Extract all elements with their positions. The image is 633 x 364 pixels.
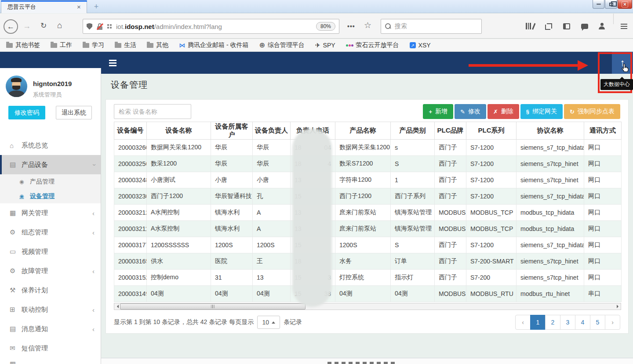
zoom-level-badge[interactable]: 80%: [316, 22, 335, 31]
logout-button[interactable]: 退出系统: [56, 106, 92, 119]
sidebar-item-label: 消息通知: [22, 325, 48, 333]
menu-button[interactable]: [621, 14, 627, 39]
table-cell: 200003177: [114, 237, 147, 253]
sidebar-item-视频管理[interactable]: ▭视频管理: [0, 242, 101, 261]
table-row[interactable]: 200003211A水泵控制镇海水利A13庶来门前泵站镇海泵站管理MODBUSM…: [114, 221, 622, 237]
sidebar-subitem-产品管理[interactable]: ◉产品管理: [0, 174, 101, 189]
page-size-select[interactable]: 10: [257, 316, 280, 329]
table-cell: 04测: [391, 286, 435, 302]
bigdata-tooltip: 大数据中心: [600, 79, 633, 90]
sidebar-item-短信管理[interactable]: ✉短信管理: [0, 339, 101, 358]
window-close-button[interactable]: ×: [618, 0, 632, 9]
new-tab-button[interactable]: +: [91, 2, 102, 12]
bookmark-item[interactable]: 其他: [147, 41, 168, 49]
table-row[interactable]: 20000314904测04测04测153804测04测MODBUSMODBUS…: [114, 286, 622, 302]
修改-button[interactable]: ✎修改: [455, 104, 486, 119]
scroll-right-arrow[interactable]: [615, 303, 621, 310]
change-password-button[interactable]: 修改密码: [8, 106, 45, 119]
table-horizontal-scrollbar[interactable]: [114, 303, 621, 310]
insecure-lock-icon[interactable]: [97, 23, 103, 30]
column-header[interactable]: 设备所属客户: [211, 122, 253, 140]
page-button-3[interactable]: 3: [560, 315, 575, 330]
sidebar-item-系统总览[interactable]: ⌂系统总览: [0, 136, 101, 155]
page-prev-button[interactable]: ‹: [515, 315, 531, 330]
column-header[interactable]: 设备编号: [114, 122, 147, 140]
table-row[interactable]: 200003256数采1200华辰华辰184数采S71200S西门子S7-120…: [114, 156, 622, 172]
绑定网关-button[interactable]: §绑定网关: [520, 104, 563, 119]
bookmark-item[interactable]: 萤石云开放平台: [346, 41, 399, 49]
bookmark-item[interactable]: 其他书签: [6, 41, 40, 49]
table-row[interactable]: 2000031771200SSSSSS1200S1200S151200SS西门子…: [114, 237, 622, 253]
column-header[interactable]: PLC品牌: [435, 122, 466, 140]
bookmark-item[interactable]: 生活: [115, 41, 136, 49]
bookmark-item[interactable]: ⋈腾讯企业邮箱 - 收件箱: [179, 41, 248, 49]
table-row[interactable]: 200003260数据网关采集1200华辰华辰1804数据网关采集1200s西门…: [114, 140, 622, 156]
window-restore-button[interactable]: [605, 0, 617, 9]
sidebar-item-cutoff[interactable]: ▦: [0, 360, 16, 364]
pocket-button[interactable]: [581, 14, 588, 39]
sidebar-toggle-button[interactable]: [563, 14, 570, 39]
table-row[interactable]: 200003248小唐测试小唐小唐13字符串12001西门子S7-1200sie…: [114, 172, 622, 188]
sidebar-item-产品设备[interactable]: ▤产品设备‹: [0, 155, 101, 174]
table-row[interactable]: 200003212A水闸控制镇海水利A13庶来门前泵站镇海泵站管理MODBUSM…: [114, 205, 622, 221]
search-bar[interactable]: 搜索: [381, 19, 482, 34]
page-button-1[interactable]: 1: [530, 315, 546, 330]
monitor-icon: ▭: [10, 248, 22, 256]
library-button[interactable]: [526, 14, 533, 39]
column-header[interactable]: 设备负责人: [253, 122, 291, 140]
account-button[interactable]: [598, 14, 605, 39]
sidebar-item-网关管理[interactable]: ▦网关管理‹: [0, 203, 101, 223]
forward-button[interactable]: →: [23, 22, 31, 31]
删除-button[interactable]: ✗删除: [487, 104, 519, 119]
bookmark-item[interactable]: ⊕综合管理平台: [259, 41, 304, 49]
page-actions-icon[interactable]: •••: [347, 23, 355, 30]
annotation-arrow-line: [469, 64, 579, 67]
sidebar-item-组态管理[interactable]: ⚙组态管理‹: [0, 223, 101, 242]
device-search-input[interactable]: [114, 104, 191, 119]
强制同步点表-button[interactable]: ↻强制同步点表: [564, 104, 620, 119]
bookmark-star-icon[interactable]: ☆: [364, 20, 371, 30]
sidebar-item-联动控制[interactable]: ⊞联动控制‹: [0, 300, 101, 319]
reload-button[interactable]: ↻: [40, 21, 47, 30]
action-button-label: 修改: [468, 108, 480, 115]
sidebar-item-保养计划[interactable]: ⚒保养计划: [0, 281, 101, 300]
home-button[interactable]: ⌂: [57, 21, 62, 30]
scroll-left-arrow[interactable]: [114, 303, 120, 310]
column-header[interactable]: 设备名称: [147, 122, 211, 140]
sidebar-item-故障管理[interactable]: ⚙故障管理‹: [0, 261, 101, 281]
sidebar-collapse-icon[interactable]: [109, 60, 116, 68]
tracking-shield-icon[interactable]: [87, 23, 92, 30]
column-header[interactable]: 产品名称: [335, 122, 391, 140]
page-button-5[interactable]: 5: [590, 315, 605, 330]
back-button[interactable]: ←: [4, 19, 18, 34]
table-cell: 小唐测试: [147, 172, 211, 188]
page-next-button[interactable]: ›: [605, 315, 620, 330]
table-cell: MODBUS_TCP: [466, 205, 517, 221]
bookmark-item[interactable]: ✈SPY: [315, 42, 335, 49]
column-header[interactable]: PLC系列: [466, 122, 517, 140]
table-row[interactable]: 200003165供水医院王18水务订单西门子S7-200-SMARTsieme…: [114, 253, 622, 270]
permissions-icon[interactable]: [107, 24, 112, 29]
table-row[interactable]: 200003152控制demo3113153灯控系统指示灯西门子S7-200si…: [114, 270, 622, 286]
bookmark-item[interactable]: 工作: [51, 41, 72, 49]
cross-icon: ✗: [493, 108, 498, 115]
table-row[interactable]: 200003230西门子1200华辰智通科技孔15西门子1200西门子系列西门子…: [114, 188, 622, 205]
page-button-2[interactable]: 2: [545, 315, 560, 330]
table-cell: siemens_s7tcp_hinet: [517, 172, 584, 188]
screenshot-button[interactable]: [545, 14, 551, 39]
bookmark-item[interactable]: 学习: [83, 41, 104, 49]
column-header[interactable]: 协议名称: [517, 122, 584, 140]
browser-tab[interactable]: 思普云平台 ×: [1, 0, 87, 13]
column-header[interactable]: 通讯方式: [584, 122, 622, 140]
tab-close-icon[interactable]: ×: [77, 3, 87, 11]
page-button-4[interactable]: 4: [575, 315, 590, 330]
新增-button[interactable]: +新增: [423, 104, 453, 119]
url-text[interactable]: iot.idosp.net/admin/index.html?lang: [116, 23, 314, 30]
url-bar[interactable]: iot.idosp.net/admin/index.html?lang 80%: [83, 19, 339, 34]
scrollbar-thumb[interactable]: [120, 303, 306, 310]
window-minimize-button[interactable]: [593, 0, 604, 9]
column-header[interactable]: 产品类别: [391, 122, 435, 140]
bookmark-item[interactable]: ↗XSY: [410, 42, 431, 49]
sidebar-subitem-设备管理[interactable]: ◉设备管理: [0, 189, 101, 203]
sidebar-item-消息通知[interactable]: ▤消息通知‹: [0, 319, 101, 339]
